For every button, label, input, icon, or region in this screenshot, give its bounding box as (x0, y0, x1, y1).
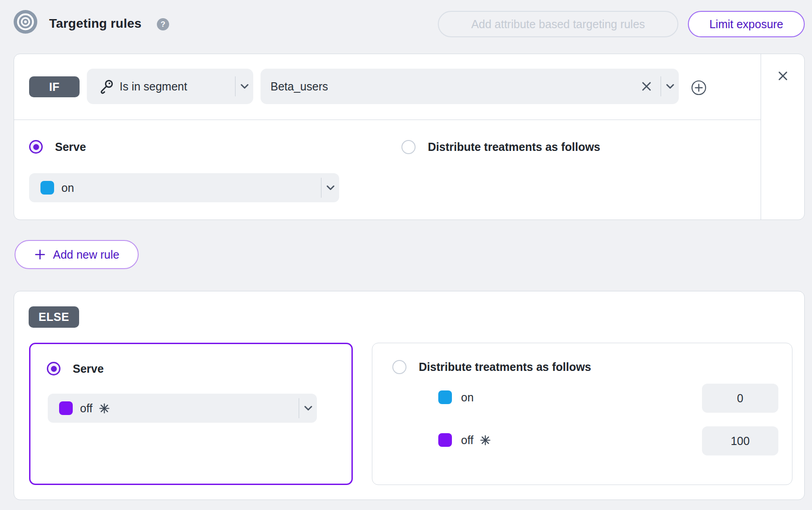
close-icon[interactable] (777, 70, 789, 82)
if-treatment-dropdown[interactable]: on (29, 173, 339, 202)
add-attribute-rules-button[interactable]: Add attribute based targeting rules (438, 11, 678, 37)
treatment-name: on (61, 181, 74, 195)
else-serve-option[interactable]: Serve (47, 362, 104, 375)
radio-selected-icon[interactable] (47, 362, 60, 375)
chevron-down-icon[interactable] (321, 182, 339, 193)
default-treatment-asterisk-icon (99, 403, 110, 414)
plus-icon (34, 249, 46, 260)
targeting-rules-icon (14, 10, 37, 34)
else-distribute-option[interactable]: Distribute treatments as follows (392, 360, 591, 374)
treatment-off-swatch (59, 401, 73, 415)
add-new-rule-label: Add new rule (53, 248, 120, 261)
else-rule-card: ELSE Serve off (14, 291, 805, 500)
distribute-row-off: off (438, 433, 491, 447)
treatment-name: on (461, 391, 474, 404)
chevron-down-icon[interactable] (236, 81, 253, 92)
percentage-input-off[interactable]: 100 (702, 426, 778, 455)
segment-value: Beta_users (271, 80, 328, 93)
else-distribute-box[interactable]: Distribute treatments as follows on 0 of… (372, 343, 792, 485)
else-treatment-dropdown[interactable]: off (48, 394, 317, 423)
serve-label: Serve (73, 362, 104, 375)
limit-exposure-button[interactable]: Limit exposure (688, 11, 805, 37)
page-title: Targeting rules (49, 16, 141, 31)
rule-card-side-column (761, 54, 804, 220)
treatment-on-swatch (438, 390, 452, 404)
distribute-row-on: on (438, 390, 474, 404)
rule-card-divider (14, 120, 761, 120)
if-keyword-badge: IF (29, 76, 80, 97)
segment-value-field[interactable]: Beta_users (261, 69, 679, 104)
key-icon (99, 79, 114, 94)
matcher-dropdown[interactable]: Is in segment (87, 69, 253, 104)
serve-label: Serve (55, 140, 86, 154)
treatment-name: off (461, 434, 473, 447)
treatment-name: off (80, 402, 92, 415)
add-condition-icon[interactable] (691, 80, 707, 95)
treatment-on-swatch (40, 181, 54, 195)
if-distribute-option[interactable]: Distribute treatments as follows (401, 140, 600, 154)
clear-icon[interactable] (641, 80, 652, 92)
radio-unselected-icon[interactable] (392, 360, 406, 374)
else-serve-box[interactable]: Serve off (29, 343, 353, 485)
radio-unselected-icon[interactable] (401, 140, 416, 154)
else-keyword-badge: ELSE (29, 306, 79, 328)
default-treatment-asterisk-icon (480, 435, 491, 446)
distribute-label: Distribute treatments as follows (419, 360, 591, 374)
percentage-input-on[interactable]: 0 (702, 384, 778, 413)
matcher-label: Is in segment (120, 80, 187, 93)
add-new-rule-button[interactable]: Add new rule (15, 240, 139, 269)
chevron-down-icon[interactable] (299, 403, 317, 414)
help-icon[interactable]: ? (157, 18, 169, 30)
radio-selected-icon[interactable] (29, 140, 43, 154)
if-rule-card: IF Is in segment Beta_users (14, 54, 805, 220)
treatment-off-swatch (438, 433, 452, 447)
distribute-label: Distribute treatments as follows (428, 140, 600, 154)
if-serve-option[interactable]: Serve (29, 140, 86, 154)
chevron-down-icon[interactable] (661, 81, 679, 92)
